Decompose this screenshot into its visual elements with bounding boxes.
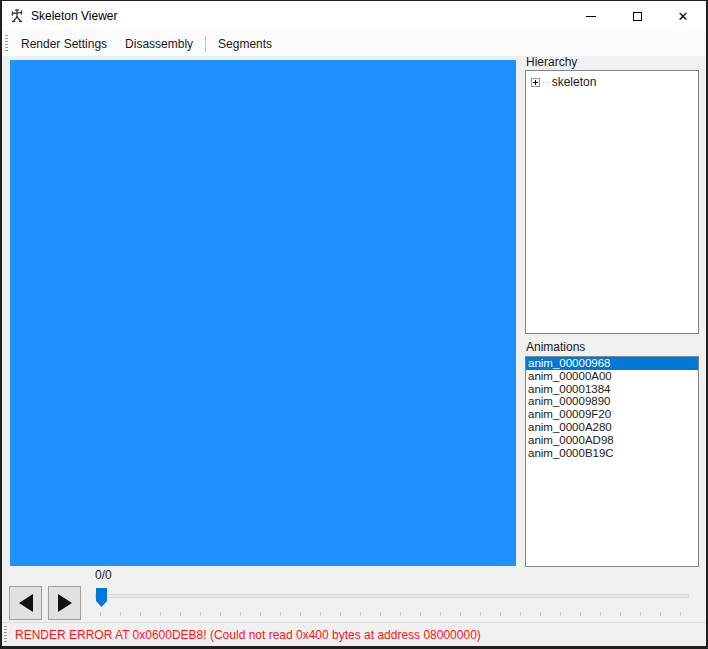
minimize-icon <box>586 16 596 17</box>
render-viewport[interactable] <box>10 60 516 566</box>
animations-list[interactable]: anim_00000968 anim_00000A00 anim_0000138… <box>525 356 699 567</box>
app-window: Skeleton Viewer ✕ Render Settings Disass… <box>0 0 708 649</box>
frame-slider[interactable] <box>95 585 702 617</box>
frame-counter: 0/0 <box>95 568 112 582</box>
animation-list-item[interactable]: anim_0000A280 <box>526 421 698 434</box>
animation-list-item[interactable]: anim_00009890 <box>526 395 698 408</box>
menu-segments[interactable]: Segments <box>209 33 281 55</box>
skeleton-app-icon <box>9 8 25 24</box>
tree-node-skeleton[interactable]: ·· skeleton <box>526 71 698 89</box>
animation-list-item[interactable]: anim_00009F20 <box>526 408 698 421</box>
menu-toolbar: Render Settings Disassembly Segments <box>2 31 706 56</box>
animation-list-item[interactable]: anim_00000968 <box>526 357 698 370</box>
slider-thumb[interactable] <box>96 588 107 607</box>
window-title: Skeleton Viewer <box>31 9 118 23</box>
slider-tick-marks <box>100 612 700 616</box>
animation-list-item[interactable]: anim_0000B19C <box>526 447 698 460</box>
animation-list-item[interactable]: anim_00001384 <box>526 383 698 396</box>
maximize-button[interactable] <box>614 1 660 31</box>
previous-icon <box>19 594 33 612</box>
animation-list-item[interactable]: anim_0000AD98 <box>526 434 698 447</box>
status-bar: RENDER ERROR AT 0x0600DEB8! (Could not r… <box>2 622 706 646</box>
window-controls: ✕ <box>568 1 706 31</box>
tree-node-label: skeleton <box>552 75 597 89</box>
menu-render-settings[interactable]: Render Settings <box>12 33 116 55</box>
minimize-button[interactable] <box>568 1 614 31</box>
render-error-message: RENDER ERROR AT 0x0600DEB8! (Could not r… <box>15 628 481 642</box>
hierarchy-label: Hierarchy <box>526 55 577 69</box>
menu-disassembly[interactable]: Disassembly <box>116 33 202 55</box>
close-button[interactable]: ✕ <box>660 1 706 31</box>
next-frame-button[interactable] <box>48 586 81 620</box>
animation-list-item[interactable]: anim_00000A00 <box>526 370 698 383</box>
toolbar-grip-handle[interactable] <box>5 35 8 52</box>
title-bar: Skeleton Viewer ✕ <box>2 1 706 31</box>
previous-frame-button[interactable] <box>9 586 42 620</box>
tree-expand-icon[interactable] <box>531 78 540 87</box>
tree-connector: ·· <box>542 77 551 88</box>
slider-track[interactable] <box>95 594 689 598</box>
maximize-icon <box>633 12 642 21</box>
close-icon: ✕ <box>678 10 689 23</box>
next-icon <box>58 594 72 612</box>
animations-label: Animations <box>526 340 585 354</box>
toolbar-separator <box>205 36 206 52</box>
hierarchy-tree[interactable]: ·· skeleton <box>525 70 699 334</box>
statusbar-grip-handle <box>4 626 7 643</box>
